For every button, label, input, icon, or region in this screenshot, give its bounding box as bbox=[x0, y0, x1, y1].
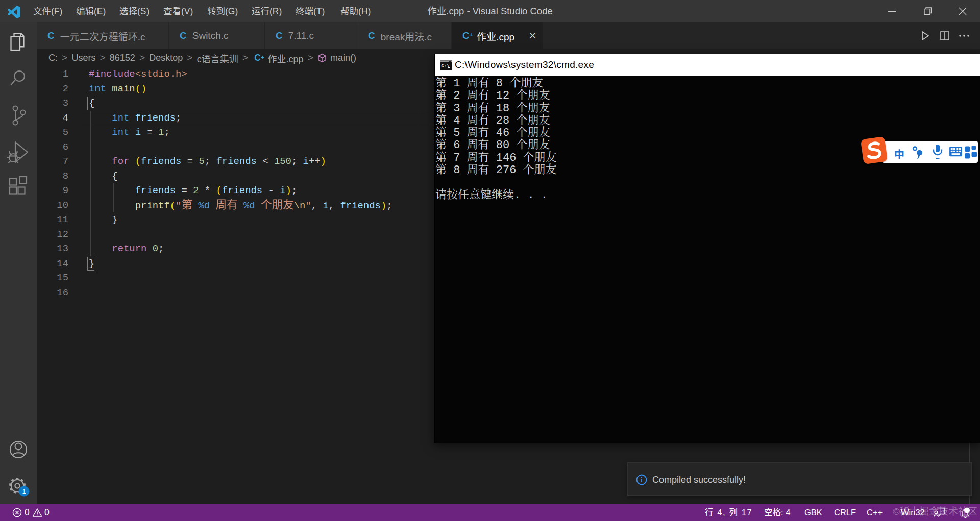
svg-text:1: 1 bbox=[22, 488, 26, 495]
